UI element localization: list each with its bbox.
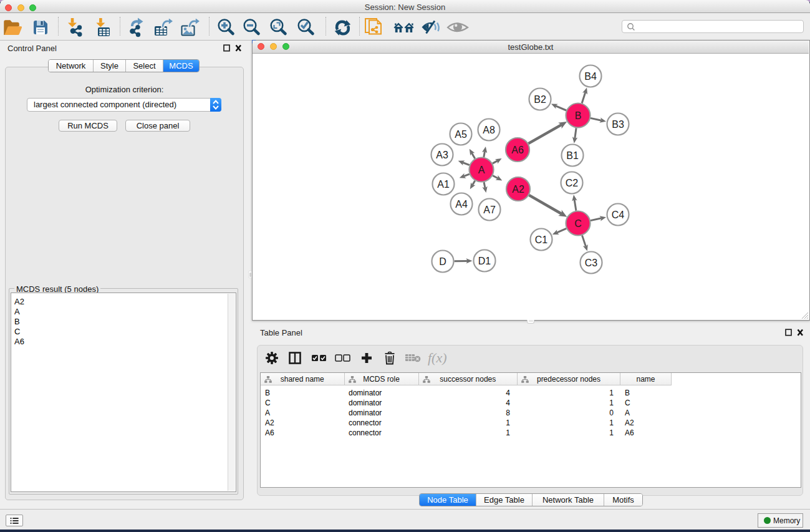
svg-text:A4: A4: [455, 199, 468, 210]
svg-text:A6: A6: [511, 145, 524, 155]
svg-text:B2: B2: [534, 94, 546, 105]
svg-text:B4: B4: [584, 71, 597, 82]
svg-text:D: D: [439, 256, 446, 267]
svg-text:D1: D1: [478, 256, 491, 266]
svg-text:B3: B3: [612, 119, 624, 130]
svg-text:A5: A5: [455, 129, 467, 140]
svg-text:C: C: [574, 218, 582, 229]
svg-text:C3: C3: [585, 258, 598, 268]
svg-text:C1: C1: [535, 235, 548, 245]
svg-text:A8: A8: [483, 125, 495, 135]
svg-text:C4: C4: [612, 210, 625, 220]
svg-text:C2: C2: [566, 178, 579, 188]
svg-text:A3: A3: [436, 150, 448, 160]
svg-text:A1: A1: [437, 179, 450, 190]
svg-text:A7: A7: [483, 205, 496, 215]
svg-text:A: A: [478, 165, 485, 175]
svg-text:B1: B1: [566, 150, 579, 161]
svg-text:B: B: [575, 110, 582, 121]
svg-text:A2: A2: [512, 184, 524, 195]
